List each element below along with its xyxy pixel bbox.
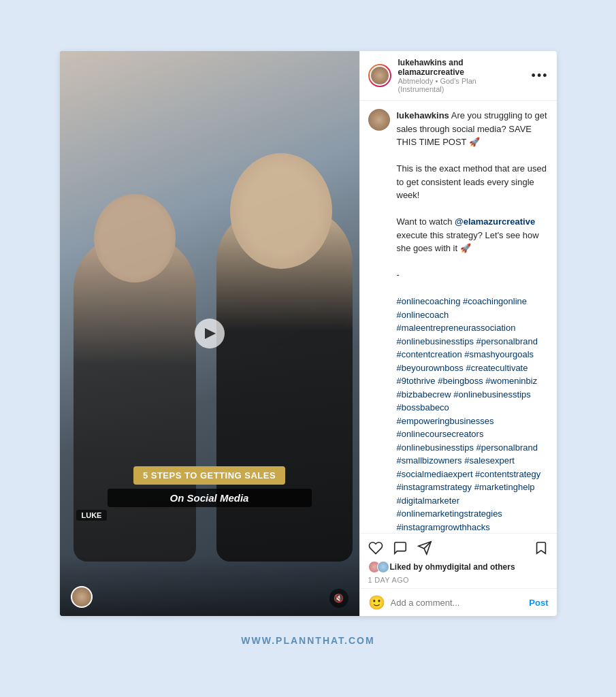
caption-username[interactable]: lukehawkins xyxy=(397,110,449,120)
add-comment-row: 🙂 Post xyxy=(360,588,557,616)
video-title-bottom: On Social Media xyxy=(108,489,312,507)
emoji-button[interactable]: 🙂 xyxy=(368,594,385,611)
header-usernames: lukehawkins and elamazurcreative xyxy=(398,58,525,77)
video-user-avatar[interactable] xyxy=(71,586,93,608)
comment-button[interactable] xyxy=(393,540,408,555)
share-button[interactable] xyxy=(417,540,432,555)
caption-hashtags: #onlinecoaching #coachingonline #onlinec… xyxy=(397,296,541,532)
header-music: Abtmelody • God's Plan (Instrumental) xyxy=(398,77,525,93)
header-avatar-image xyxy=(370,65,390,86)
caption-text4: execute this strategy? Let's see how she… xyxy=(397,230,539,254)
post-comment-button[interactable]: Post xyxy=(529,598,548,608)
username1[interactable]: lukehawkins xyxy=(398,58,447,67)
caption-text3: Want to watch xyxy=(397,216,455,227)
post-caption: lukehawkins Are you struggling to get sa… xyxy=(368,109,549,533)
action-icons-row xyxy=(368,540,549,555)
person-name-label: LUKE xyxy=(76,510,108,521)
caption-mention[interactable]: @elamazurcreative xyxy=(455,216,535,227)
action-bar: Liked by ohmydigital and others 1 DAY AG… xyxy=(360,533,557,588)
liked-by-label: Liked by xyxy=(390,562,423,572)
caption-text2: This is the exact method that are used t… xyxy=(397,163,547,200)
play-button[interactable] xyxy=(195,319,225,348)
likes-avatars xyxy=(368,561,386,573)
caption-separator: - xyxy=(397,270,400,280)
header-avatar-ring[interactable] xyxy=(368,64,391,87)
liked-user[interactable]: ohmydigital xyxy=(425,562,471,572)
likes-avatar-2 xyxy=(377,561,389,573)
instagram-post-card: 5 STEPS TO GETTING SALES On Social Media… xyxy=(60,51,557,616)
more-options-button[interactable]: ••• xyxy=(532,69,549,83)
post-header: lukehawkins and elamazurcreative Abtmelo… xyxy=(360,51,557,101)
comments-scroll-area: lukehawkins Are you struggling to get sa… xyxy=(360,101,557,533)
liked-others: and others xyxy=(473,562,515,572)
likes-text: Liked by ohmydigital and others xyxy=(390,562,515,572)
connector: and xyxy=(447,58,464,67)
bookmark-button[interactable] xyxy=(534,540,549,555)
person-right-silhouette xyxy=(216,208,353,562)
caption-author-avatar[interactable] xyxy=(368,109,390,131)
post-time-ago: 1 DAY AGO xyxy=(368,576,549,584)
username2[interactable]: elamazurcreative xyxy=(398,67,464,77)
video-bottom-bar: 🔇 xyxy=(60,555,359,616)
comments-panel: lukehawkins and elamazurcreative Abtmelo… xyxy=(359,51,557,616)
video-panel[interactable]: 5 STEPS TO GETTING SALES On Social Media… xyxy=(60,51,359,616)
like-button[interactable] xyxy=(368,540,383,555)
mute-button[interactable]: 🔇 xyxy=(329,589,348,608)
footer-url: WWW.PLANNTHAT.COM xyxy=(241,635,374,646)
header-info: lukehawkins and elamazurcreative Abtmelo… xyxy=(398,58,525,93)
comment-input[interactable] xyxy=(391,598,524,608)
likes-row: Liked by ohmydigital and others xyxy=(368,561,549,573)
video-title-top: 5 STEPS TO GETTING SALES xyxy=(133,466,285,485)
caption-body: lukehawkins Are you struggling to get sa… xyxy=(397,109,549,533)
video-title-overlay: 5 STEPS TO GETTING SALES On Social Media xyxy=(108,466,312,507)
